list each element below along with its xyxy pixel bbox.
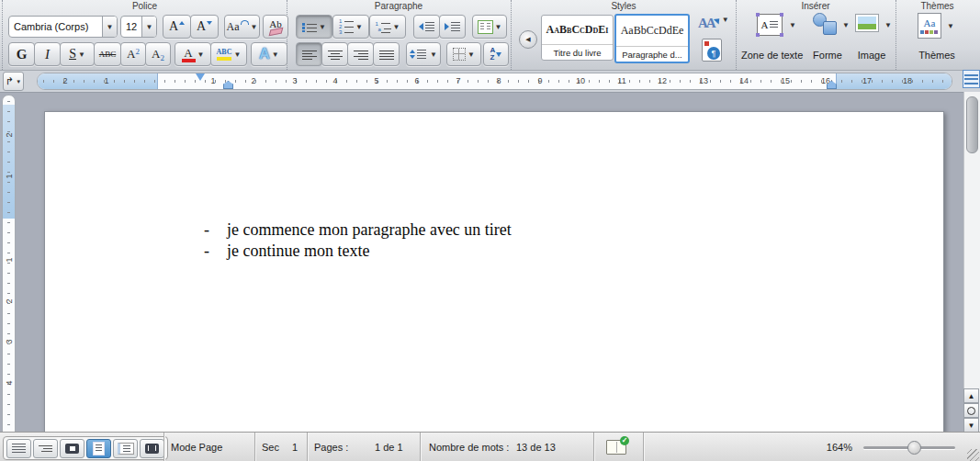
strikethrough-button[interactable]: ABC bbox=[94, 42, 121, 66]
subscript-button[interactable]: A 2 bbox=[145, 42, 171, 66]
font-size-select[interactable]: 12 ▼ bbox=[120, 16, 157, 38]
tab-selector[interactable]: ↱▼ bbox=[3, 72, 24, 91]
line-spacing-button[interactable]: ▼ bbox=[406, 42, 441, 66]
chevron-down-icon[interactable]: ▼ bbox=[393, 23, 400, 31]
image-label: Image bbox=[851, 50, 892, 61]
style-card-titre-du-livre[interactable]: AaBbCcDdEi Titre du livre bbox=[541, 15, 614, 61]
text-effects-button[interactable]: A ▼ bbox=[251, 42, 287, 66]
scrollbar-thumb[interactable] bbox=[966, 96, 978, 153]
styles-scroll-left-button[interactable]: ◀ bbox=[519, 30, 537, 49]
chevron-down-icon[interactable]: ▼ bbox=[319, 23, 326, 31]
bullet-list-icon bbox=[302, 22, 317, 32]
chevron-down-icon[interactable]: ▼ bbox=[102, 17, 117, 37]
chevron-down-icon[interactable]: ▼ bbox=[430, 51, 437, 59]
grow-font-button[interactable]: A bbox=[163, 15, 191, 39]
grow-font-letter: A bbox=[169, 19, 178, 34]
view-notebook-button[interactable] bbox=[113, 439, 138, 458]
document-page[interactable]: - je commence mon paragraphe avec un tir… bbox=[44, 111, 944, 433]
font-color-letter: A bbox=[184, 47, 192, 59]
chevron-down-icon[interactable]: ▼ bbox=[272, 51, 279, 59]
change-styles-button[interactable]: AA ▼ bbox=[698, 16, 729, 31]
font-color-button[interactable]: A ▼ bbox=[175, 42, 211, 66]
chevron-down-icon[interactable]: ▼ bbox=[789, 21, 796, 29]
justify-button[interactable] bbox=[373, 42, 400, 66]
chevron-down-icon[interactable]: ▼ bbox=[467, 51, 475, 59]
borders-button[interactable]: ▼ bbox=[446, 42, 481, 66]
print-layout-icon bbox=[93, 442, 105, 455]
style-card-paragraphe[interactable]: AaBbCcDdEe Paragraphe d... bbox=[614, 14, 690, 63]
highlight-letters: ABC bbox=[217, 48, 232, 57]
status-words-value[interactable]: 13 de 13 bbox=[516, 442, 556, 453]
view-draft-button[interactable] bbox=[6, 439, 31, 458]
chevron-down-icon[interactable]: ▼ bbox=[197, 51, 205, 59]
outline-view-icon bbox=[39, 444, 52, 454]
increase-indent-button[interactable] bbox=[439, 15, 466, 39]
spellcheck-icon[interactable]: ✓ bbox=[606, 440, 626, 455]
vertical-scrollbar[interactable] bbox=[963, 92, 980, 432]
chevron-down-icon[interactable]: ▼ bbox=[78, 51, 85, 59]
decrease-indent-button[interactable] bbox=[413, 15, 440, 39]
superscript-button[interactable]: A 2 bbox=[120, 42, 146, 66]
align-center-button[interactable] bbox=[321, 42, 348, 66]
chevron-down-icon[interactable]: ▼ bbox=[842, 21, 850, 29]
shapes-label: Forme bbox=[805, 50, 850, 61]
ruler-number: 8 bbox=[496, 75, 501, 86]
horizontal-ruler[interactable]: 2 1 1 2 3 4 5 6 7 8 9 10 11 12 13 14 15 … bbox=[37, 73, 952, 90]
status-mode[interactable]: Mode Page bbox=[171, 442, 222, 453]
vertical-ruler[interactable]: 2 1 1 2 3 4 bbox=[2, 95, 16, 433]
view-switcher bbox=[3, 436, 168, 460]
chevron-down-icon[interactable]: ▼ bbox=[722, 16, 729, 24]
shrink-font-button[interactable]: A bbox=[190, 15, 219, 39]
themes-button[interactable]: Aa ▼ Thèmes bbox=[908, 11, 965, 62]
subscript-number: 2 bbox=[160, 53, 164, 62]
shapes-button[interactable]: ▼ Forme bbox=[805, 11, 850, 62]
view-fullscreen-button[interactable] bbox=[140, 439, 164, 458]
triangle-up-icon bbox=[179, 21, 185, 25]
chevron-down-icon[interactable]: ▼ bbox=[495, 23, 502, 31]
zoom-slider-handle[interactable] bbox=[907, 441, 921, 455]
chevron-down-icon[interactable]: ▼ bbox=[233, 51, 241, 59]
styles-pane-button[interactable]: ¶ bbox=[702, 39, 722, 62]
bold-button[interactable]: G bbox=[8, 42, 35, 66]
document-text-line: - je continue mon texte bbox=[204, 241, 512, 262]
chevron-down-icon[interactable]: ▼ bbox=[884, 21, 892, 29]
browse-object-button[interactable] bbox=[963, 403, 979, 418]
sort-az-letters: A Z bbox=[490, 47, 496, 62]
view-outline-button[interactable] bbox=[33, 439, 58, 458]
multilevel-list-button[interactable]: 1 a ▼ bbox=[369, 15, 406, 39]
image-button[interactable]: ▼ Image bbox=[851, 11, 892, 62]
text-box-button[interactable]: A ▼ Zone de texte bbox=[741, 11, 802, 62]
next-page-button[interactable]: ▼ bbox=[963, 418, 979, 433]
columns-button[interactable]: ▼ bbox=[472, 15, 507, 39]
view-publishing-button[interactable] bbox=[60, 439, 84, 458]
bold-letter: G bbox=[17, 47, 28, 62]
chevron-down-icon[interactable]: ▼ bbox=[141, 17, 156, 37]
previous-page-button[interactable]: ▲ bbox=[963, 388, 979, 403]
notebook-view-icon bbox=[118, 443, 134, 455]
status-pages-value[interactable]: 1 de 1 bbox=[375, 442, 403, 453]
pilcrow-icon: ¶ bbox=[707, 47, 720, 60]
chevron-down-icon[interactable]: ▼ bbox=[355, 23, 363, 31]
change-case-button[interactable]: Aa ▼ bbox=[224, 15, 260, 39]
bullets-button[interactable]: ▼ bbox=[296, 15, 332, 39]
clear-formatting-letters: Ab bbox=[269, 19, 281, 28]
ruler-number: 2 bbox=[5, 129, 14, 141]
ruler-number: 7 bbox=[456, 75, 460, 86]
clear-formatting-button[interactable]: Ab bbox=[263, 15, 288, 39]
first-line-indent-marker[interactable] bbox=[196, 73, 205, 81]
resize-grip-icon[interactable] bbox=[967, 449, 979, 461]
align-left-button[interactable] bbox=[296, 42, 322, 66]
chevron-down-icon: ▼ bbox=[251, 23, 258, 31]
align-right-button[interactable] bbox=[347, 42, 374, 66]
sort-button[interactable]: A Z bbox=[483, 42, 509, 66]
status-section-value: 1 bbox=[292, 442, 298, 453]
highlight-button[interactable]: ABC ▼ bbox=[210, 42, 247, 66]
underline-button[interactable]: S ▼ bbox=[60, 42, 95, 66]
font-name-select[interactable]: Cambria (Corps) ▼ bbox=[8, 16, 118, 38]
italic-button[interactable]: I bbox=[34, 42, 61, 66]
split-window-icon[interactable] bbox=[963, 70, 980, 88]
view-print-layout-button[interactable] bbox=[86, 439, 111, 458]
document-text[interactable]: - je commence mon paragraphe avec un tir… bbox=[204, 219, 512, 262]
chevron-down-icon[interactable]: ▼ bbox=[947, 22, 954, 30]
numbering-button[interactable]: 1 2 3 ▼ bbox=[332, 15, 369, 39]
